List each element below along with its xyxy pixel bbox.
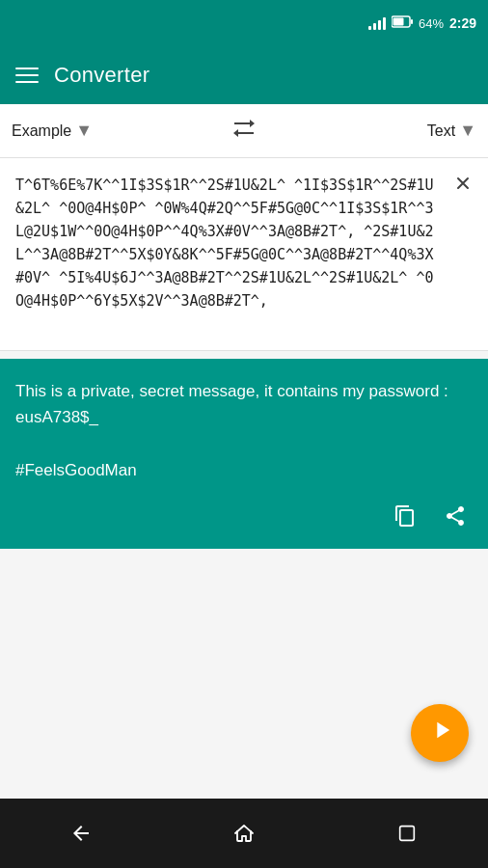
play-icon xyxy=(428,717,455,749)
output-actions xyxy=(15,499,473,533)
home-button[interactable] xyxy=(227,816,261,851)
status-icons: 64% 2:29 xyxy=(368,15,476,31)
time-display: 2:29 xyxy=(449,15,476,31)
recent-apps-button[interactable] xyxy=(390,816,424,851)
source-dropdown[interactable]: Example ▼ xyxy=(12,121,215,141)
decoded-text-display: This is a private, secret message, it co… xyxy=(15,378,473,483)
selector-bar: Example ▼ Text ▼ xyxy=(0,104,488,158)
source-dropdown-arrow: ▼ xyxy=(75,121,93,141)
svg-rect-3 xyxy=(399,827,414,841)
play-fab-button[interactable] xyxy=(411,704,469,762)
input-area: T^6T%6E%7K^^1I$3S$1R^^2S#1U&2L^ ^1I$3S$1… xyxy=(0,158,488,351)
status-bar: 64% 2:29 xyxy=(0,0,488,46)
encoded-text-display: T^6T%6E%7K^^1I$3S$1R^^2S#1U&2L^ ^1I$3S$1… xyxy=(15,174,473,312)
output-area: This is a private, secret message, it co… xyxy=(0,359,488,549)
navigation-bar xyxy=(0,799,488,868)
hamburger-menu-button[interactable] xyxy=(15,68,39,83)
back-button[interactable] xyxy=(64,816,98,851)
source-label: Example xyxy=(12,122,71,140)
target-label: Text xyxy=(427,122,455,140)
svg-rect-1 xyxy=(411,19,413,24)
app-title: Converter xyxy=(54,63,149,88)
swap-button[interactable] xyxy=(223,115,265,147)
share-button[interactable] xyxy=(438,499,473,533)
battery-icon xyxy=(392,15,413,31)
close-button[interactable] xyxy=(449,170,476,197)
copy-button[interactable] xyxy=(388,499,422,533)
app-bar: Converter xyxy=(0,46,488,104)
signal-icon xyxy=(368,16,386,30)
target-dropdown[interactable]: Text ▼ xyxy=(273,121,476,141)
target-dropdown-arrow: ▼ xyxy=(459,121,476,141)
svg-rect-2 xyxy=(393,18,403,26)
battery-percentage: 64% xyxy=(419,16,444,31)
